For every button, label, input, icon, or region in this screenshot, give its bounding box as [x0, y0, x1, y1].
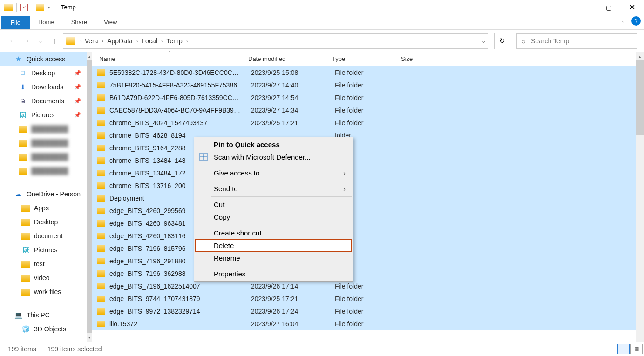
table-row[interactable]: edge_BITS_4260_299569folder [92, 204, 644, 217]
back-button[interactable]: ← [7, 35, 18, 47]
table-row[interactable]: edge_BITS_7196_815796folder [92, 242, 644, 255]
sidebar-item-test[interactable]: test [0, 257, 87, 271]
column-header-name[interactable]: Nameˆ [95, 52, 244, 66]
sidebar-item-redacted[interactable]: ████████ [0, 122, 87, 136]
table-row[interactable]: chrome_BITS_4024_15474934372023/9/25 17:… [92, 116, 644, 129]
table-row[interactable]: edge_BITS_7196_291880folder [92, 255, 644, 267]
ctx-give-access-to[interactable]: Give access to› [195, 167, 352, 179]
sidebar-item-work-files[interactable]: work files [0, 285, 87, 299]
separator [211, 225, 352, 225]
breadcrumb-segment[interactable]: AppData› [107, 37, 142, 45]
cell-type: File folder [335, 81, 404, 89]
navpane-scrollbar[interactable]: ▴ ▾ [87, 52, 92, 342]
sidebar-item-desktop[interactable]: 🖥Desktop📌 [0, 66, 87, 80]
folder-icon [21, 259, 30, 269]
scroll-thumb[interactable] [87, 60, 92, 333]
breadcrumb-segment[interactable]: Temp› [166, 37, 191, 45]
table-row[interactable]: B61DA79D-622D-4FE6-805D-7613359CC…2023/9… [92, 91, 644, 104]
sidebar-item-apps[interactable]: Apps [0, 201, 87, 215]
table-row[interactable]: chrome_BITS_13484_148folder [92, 154, 644, 167]
table-row[interactable]: CAEC5878-DD3A-4064-BC70-9A4FF9B39…2023/9… [92, 104, 644, 116]
breadcrumb-segment[interactable]: Vera› [85, 37, 107, 45]
table-row[interactable]: chrome_BITS_4628_8194folder [92, 129, 644, 141]
sidebar-item-documents[interactable]: 🗎Documents📌 [0, 94, 87, 108]
maximize-button[interactable]: ▢ [597, 0, 620, 14]
folder-icon [96, 170, 106, 176]
ctx-properties[interactable]: Properties [195, 268, 352, 280]
separator [16, 3, 17, 12]
ctx-delete[interactable]: Delete [195, 239, 352, 252]
breadcrumb-segment[interactable]: Local› [142, 37, 166, 45]
view-details-button[interactable]: ☰ [617, 344, 630, 354]
qat-new-folder-icon[interactable] [36, 4, 44, 11]
tab-share[interactable]: Share [63, 14, 96, 29]
sidebar-item-video[interactable]: video [0, 271, 87, 285]
address-bar[interactable]: › Vera› AppData› Local› Temp› ⌵ [63, 33, 488, 49]
column-header-date[interactable]: Date modified [244, 52, 327, 66]
separator [211, 196, 352, 197]
sidebar-item-this-pc[interactable]: 💻This PC [0, 308, 87, 322]
sidebar-item-redacted[interactable]: ████████ [0, 136, 87, 150]
sidebar-item-pictures[interactable]: 🖼Pictures📌 [0, 108, 87, 122]
sidebar-item-desktop[interactable]: Desktop [0, 215, 87, 229]
collapse-ribbon-icon[interactable]: ⌵ [618, 16, 629, 26]
column-header-type[interactable]: Type [327, 52, 396, 66]
ctx-send-to[interactable]: Send to› [195, 182, 352, 195]
sidebar-item-redacted[interactable]: ████████ [0, 150, 87, 164]
cell-date: 2023/9/27 14:40 [251, 81, 335, 89]
table-row[interactable]: edge_BITS_7196_362988folder [92, 267, 644, 280]
help-button[interactable]: ? [631, 16, 641, 26]
sidebar-item-redacted[interactable]: ████████ [0, 164, 87, 178]
up-button[interactable]: ↑ [49, 35, 60, 47]
sidebar-item-3d-objects[interactable]: 🧊3D Objects [0, 322, 87, 336]
search-input[interactable]: ⌕ Search Temp [516, 33, 637, 49]
ctx-rename[interactable]: Rename [195, 252, 352, 264]
sidebar-item-document[interactable]: document [0, 229, 87, 243]
close-button[interactable]: ✕ [620, 0, 644, 14]
address-dropdown-icon[interactable]: ⌵ [482, 38, 485, 44]
filelist-scrollbar[interactable]: ▴ [636, 52, 644, 342]
ctx-cut[interactable]: Cut [195, 198, 352, 211]
ctx-defender-scan[interactable]: Scan with Microsoft Defender... [195, 151, 352, 163]
separator [211, 181, 352, 181]
table-row[interactable]: chrome_BITS_13484_172folder [92, 167, 644, 179]
sidebar-item-pictures[interactable]: 🖼Pictures [0, 243, 87, 257]
table-row[interactable]: edge_BITS_9972_13823297142023/9/26 17:24… [92, 305, 644, 317]
file-tab[interactable]: File [1, 16, 30, 29]
pin-icon: 📌 [74, 84, 81, 90]
ctx-create-shortcut[interactable]: Create shortcut [195, 227, 352, 239]
tab-view[interactable]: View [95, 14, 125, 29]
breadcrumb-chevron-icon[interactable]: › [77, 38, 85, 44]
table-row[interactable]: Deploymentfolder [92, 192, 644, 204]
recent-locations-icon[interactable]: ⌵ [35, 35, 46, 47]
table-row[interactable]: 5E59382C-1728-434D-80D0-3D46ECC0C…2023/9… [92, 66, 644, 79]
column-header-size[interactable]: Size [396, 52, 452, 66]
scroll-down-icon[interactable]: ▾ [87, 333, 92, 342]
table-row[interactable]: lilo.153722023/9/27 16:04File folder [92, 317, 644, 330]
ctx-copy[interactable]: Copy [195, 211, 352, 223]
table-row[interactable]: edge_BITS_7196_16225140072023/9/26 17:14… [92, 280, 644, 292]
tab-home[interactable]: Home [30, 14, 63, 29]
table-row[interactable]: edge_BITS_9744_17074318792023/9/25 17:21… [92, 292, 644, 305]
cell-name: B61DA79D-622D-4FE6-805D-7613359CC… [106, 94, 251, 101]
table-row[interactable]: edge_BITS_4260_963481folder [92, 217, 644, 229]
submenu-arrow-icon: › [343, 169, 346, 177]
qat-dropdown-icon[interactable]: ▾ [48, 5, 50, 10]
refresh-button[interactable]: ↻ [494, 33, 510, 49]
table-row[interactable]: 75B1F820-5415-4FF8-A323-469155F753862023… [92, 79, 644, 91]
ctx-pin-to-quick-access[interactable]: Pin to Quick access [195, 138, 352, 151]
view-large-icons-button[interactable]: ▦ [630, 344, 643, 354]
table-row[interactable]: chrome_BITS_9164_2288folder [92, 141, 644, 154]
qat-properties-icon[interactable]: ✓ [20, 4, 28, 11]
scroll-up-icon[interactable]: ▴ [87, 52, 92, 60]
sidebar-item-quick-access[interactable]: ★Quick access [0, 52, 87, 66]
table-row[interactable]: edge_BITS_4260_183116folder [92, 229, 644, 242]
minimize-button[interactable]: — [574, 0, 597, 14]
folder-icon [96, 195, 106, 202]
scroll-up-icon[interactable]: ▴ [636, 52, 644, 60]
sidebar-item-downloads[interactable]: ⬇Downloads📌 [0, 80, 87, 94]
scroll-thumb[interactable] [636, 60, 644, 135]
table-row[interactable]: chrome_BITS_13716_200folder [92, 179, 644, 192]
sidebar-item-onedrive[interactable]: ☁OneDrive - Person [0, 187, 87, 201]
forward-button[interactable]: → [21, 35, 32, 47]
